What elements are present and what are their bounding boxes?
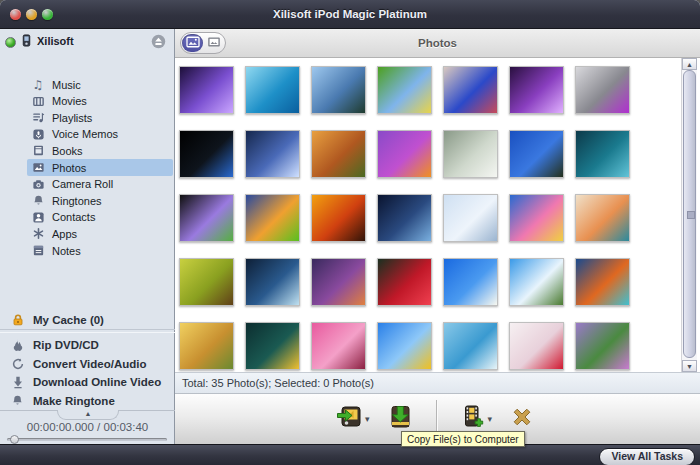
- device-name: Xilisoft: [37, 35, 74, 47]
- chevron-down-icon[interactable]: ▾: [488, 414, 493, 424]
- sidebar-item-movies[interactable]: Movies: [27, 93, 173, 110]
- device-row[interactable]: Xilisoft: [0, 33, 174, 51]
- photo-thumbnail-purple-christmas-tree[interactable]: [179, 66, 234, 114]
- sidebar-item-playlists[interactable]: Playlists: [27, 109, 173, 126]
- photo-thumbnail-violet-dusk[interactable]: [311, 258, 366, 306]
- chevron-down-icon[interactable]: ▾: [365, 414, 370, 424]
- photo-thumbnail-bluebird-blossoms[interactable]: [443, 66, 498, 114]
- notes-icon: [31, 244, 45, 258]
- photo-thumbnail-mountain-lake[interactable]: [311, 66, 366, 114]
- time-readout: 00:00:00.000 / 00:03:40: [0, 421, 175, 433]
- app-window: Xilisoft iPod Magic Platinum Xilisoft ♫M…: [0, 0, 700, 465]
- photo-thumbnail-black-cat-blue-eyes[interactable]: [179, 130, 234, 178]
- seek-slider-knob[interactable]: [10, 435, 19, 444]
- sidebar-item-apps[interactable]: Apps: [27, 225, 173, 242]
- eject-icon[interactable]: [151, 34, 166, 49]
- scrollbar-thumb[interactable]: [683, 70, 696, 358]
- task-bar: View All Tasks: [0, 444, 700, 465]
- sidebar-item-books[interactable]: Books: [27, 142, 173, 159]
- lock-icon: [10, 313, 25, 328]
- photo-thumbnail-ice-angel[interactable]: [443, 194, 498, 242]
- seek-slider[interactable]: [7, 438, 167, 441]
- photo-thumbnail-chrome-butterfly[interactable]: [575, 66, 630, 114]
- collapse-arrow-icon: ▲: [58, 410, 118, 418]
- sidebar-tool-rip-dvd-cd[interactable]: Rip DVD/CD: [10, 336, 170, 354]
- delete-button[interactable]: [508, 405, 536, 433]
- sidebar-divider: [0, 329, 175, 333]
- flame-icon: [10, 338, 25, 353]
- ipod-icon: [20, 33, 33, 52]
- delete-icon: [509, 404, 535, 434]
- view-all-tasks-button[interactable]: View All Tasks: [599, 448, 695, 465]
- sidebar-item-camera-roll[interactable]: Camera Roll: [27, 176, 173, 193]
- copy-to-device-icon: [336, 404, 362, 434]
- add-file-button[interactable]: [458, 405, 486, 433]
- photo-thumbnail-evening-field[interactable]: [509, 130, 564, 178]
- copy-to-device-button[interactable]: [335, 405, 363, 433]
- sidebar-item-notes[interactable]: Notes: [27, 242, 173, 259]
- photo-thumbnail-waterfall[interactable]: [443, 322, 498, 370]
- photo-thumbnail-rainbow-rose[interactable]: [179, 194, 234, 242]
- photo-thumbnail-cherry-blossoms[interactable]: [509, 194, 564, 242]
- photo-thumbnail-sparkle-fairy[interactable]: [245, 258, 300, 306]
- main-panel: Photos ▲ ▼ Total: 35 Photo(s); Selected:…: [175, 29, 700, 444]
- green-status-dot-icon: [5, 37, 16, 48]
- photo-thumbnail-golden-bride[interactable]: [179, 322, 234, 370]
- books-icon: [31, 144, 45, 158]
- photo-thumbnail-blue-butterfly[interactable]: [377, 66, 432, 114]
- photo-thumbnail-sunrise-meadow[interactable]: [245, 194, 300, 242]
- contacts-icon: [31, 210, 45, 224]
- copy-to-computer-icon: [387, 404, 413, 434]
- photo-thumbnail-roses-gift[interactable]: [509, 322, 564, 370]
- photo-thumbnail-planet-fantasy[interactable]: [377, 194, 432, 242]
- photo-thumbnail-autumn-dawn[interactable]: [311, 130, 366, 178]
- photo-thumbnail-tropical-beach[interactable]: [245, 66, 300, 114]
- photo-thumbnail-pink-tree[interactable]: [311, 322, 366, 370]
- photo-thumbnail-purple-poppies[interactable]: [377, 130, 432, 178]
- camera-icon: [31, 177, 45, 191]
- window-title: Xilisoft iPod Magic Platinum: [0, 0, 700, 29]
- photo-thumbnail-flower-meadow[interactable]: [575, 322, 630, 370]
- movies-icon: [31, 94, 45, 108]
- apps-icon: [31, 227, 45, 241]
- photo-thumbnail-moon-fairy[interactable]: [245, 130, 300, 178]
- photo-thumbnail-sky-daisy[interactable]: [443, 258, 498, 306]
- copy-to-computer-button[interactable]: [386, 405, 414, 433]
- photo-thumbnail-white-horse[interactable]: [443, 130, 498, 178]
- sidebar-item-contacts[interactable]: Contacts: [27, 209, 173, 226]
- vertical-scrollbar[interactable]: ▲ ▼: [681, 58, 697, 372]
- photo-thumbnail-purple-butterfly-glow[interactable]: [509, 66, 564, 114]
- sidebar-item-ringtones[interactable]: Ringtones: [27, 192, 173, 209]
- photo-thumbnail-sunset-villa[interactable]: [575, 194, 630, 242]
- sidebar-tool-download-online-video[interactable]: Download Online Video: [10, 373, 170, 391]
- sidebar-item-my-cache[interactable]: My Cache (0): [10, 311, 170, 329]
- playlists-icon: [31, 111, 45, 125]
- photo-thumbnail-red-rose[interactable]: [377, 258, 432, 306]
- photo-thumbnail-red-sunset-bay[interactable]: [311, 194, 366, 242]
- sidebar-tool-make-ringtone[interactable]: Make Ringtone: [10, 392, 170, 410]
- download-icon: [10, 375, 25, 390]
- scroll-down-icon[interactable]: ▼: [682, 360, 697, 372]
- photo-thumbnail-mandarin-fish[interactable]: [575, 258, 630, 306]
- cache-label: My Cache (0): [33, 314, 104, 326]
- bell-icon: [10, 393, 25, 408]
- photo-thumbnail-mermaid[interactable]: [575, 130, 630, 178]
- photo-thumbnail-autumn-park[interactable]: [179, 258, 234, 306]
- photo-thumbnail-yellow-butterfly[interactable]: [245, 322, 300, 370]
- sidebar-item-music[interactable]: ♫Music: [27, 76, 173, 93]
- player-collapse-handle[interactable]: ▲: [0, 410, 175, 421]
- title-bar: Xilisoft iPod Magic Platinum: [0, 0, 700, 29]
- photo-thumbnail-cloud-cottage[interactable]: [509, 258, 564, 306]
- photo-grid: ▲ ▼: [175, 58, 700, 372]
- scroll-up-icon[interactable]: ▲: [682, 58, 697, 70]
- convert-icon: [10, 356, 25, 371]
- sidebar-item-photos[interactable]: Photos: [27, 159, 173, 176]
- sidebar-tool-convert-video-audio[interactable]: Convert Video/Audio: [10, 355, 170, 373]
- music-icon: ♫: [31, 78, 45, 92]
- sidebar-item-voice-memos[interactable]: Voice Memos: [27, 126, 173, 143]
- tooltip: Copy File(s) to Computer: [401, 431, 525, 447]
- status-bar: Total: 35 Photo(s); Selected: 0 Photo(s): [175, 372, 700, 394]
- voice-memos-icon: [31, 127, 45, 141]
- photo-thumbnail-sunflower-field[interactable]: [377, 322, 432, 370]
- bell-icon: [31, 194, 45, 208]
